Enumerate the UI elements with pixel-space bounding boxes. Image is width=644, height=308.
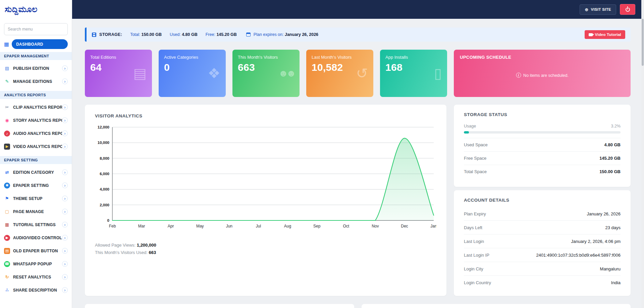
logout-power-button[interactable] [620,4,635,15]
stat-card-value: 168 [385,62,442,73]
svg-text:Mar: Mar [138,224,145,228]
chevron-right-icon: › [62,248,68,254]
sidebar-item-label: WHATSAPP POPUP [13,262,62,266]
storage-status-value: 4.80 GB [604,142,621,147]
page-scrollbar-thumb[interactable] [642,19,644,66]
reset-analytics-icon: ↻ [4,274,10,280]
old-epaper-icon: ▤ [4,248,10,254]
sidebar-item-label: EDITION CATEGORY [13,170,62,175]
storage-used: Used: 4.80 GB [170,32,198,37]
stat-card-last-month-s-visitors: Last Month's Visitors10,582↺ [306,50,373,97]
sidebar-item-share-description[interactable]: ∴SHARE DESCRIPTION› [0,284,72,297]
storage-status-label: Used Space [464,142,488,147]
video-camera-icon [589,33,593,36]
account-details-value: Mangaluru [600,266,621,271]
storage-total: Total: 150.00 GB [130,32,162,37]
account-details-row-last-login-ip: Last Login IP2401:4900:1c07:32c5:b0d9:e6… [464,248,621,262]
video-tutorial-button[interactable]: Video Tutorial [585,30,625,39]
storage-status-row-used-space: Used Space4.80 GB [464,138,621,151]
sidebar-item-video-analytics-report[interactable]: ▶VIDEO ANALYTICS REPORT› [0,140,72,153]
chevron-right-icon: › [62,169,68,175]
sidebar: ಸುದ್ದಿಮೂಲ ▦ DASHBOARD EPAPER MANAGEMENT▤… [0,0,72,308]
sidebar-item-story-analytics-report[interactable]: ◉STORY ANALYTICS REPORT› [0,114,72,127]
usage-label: Usage [464,124,476,129]
svg-text:Nov: Nov [372,224,379,228]
sidebar-item-label: STORY ANALYTICS REPORT [13,118,62,123]
account-details-row-last-login: Last LoginJanuary 2, 2026, 4:06 pm [464,234,621,248]
sidebar-item-label: EPAPER SETTING [13,183,62,188]
sidebar-section-title-epaper-setting: EPAPER SETTING [0,156,72,164]
visitor-analytics-card: VISITOR ANALYTICS 02,0004,0006,0008,0001… [85,105,446,296]
sidebar-item-label: OLD EPAPER BUTTON [13,249,62,253]
svg-text:Jul: Jul [256,224,261,228]
page-manage-icon: ▢ [4,209,10,215]
sidebar-item-label: MANAGE EDITIONS [13,79,62,84]
sidebar-item-old-epaper-button[interactable]: ▤OLD EPAPER BUTTON› [0,244,72,257]
stat-card-label: Last Month's Visitors [312,55,368,60]
storage-free: Free: 145.20 GB [206,32,237,37]
svg-text:10,000: 10,000 [98,141,109,145]
account-details-label: Login City [464,266,483,271]
usage-progress-fill [464,131,469,134]
svg-text:4,000: 4,000 [100,187,109,191]
svg-text:Jun: Jun [226,224,232,228]
account-details-row-login-city: Login CityMangaluru [464,262,621,275]
sidebar-item-label: VIDEO ANALYTICS REPORT [13,144,62,149]
sidebar-nav: EPAPER MANAGEMENT▤PUBLISH EDITION›✎MANAG… [0,52,72,297]
schedule-empty-text: No items are scheduled. [523,73,569,78]
stat-card-label: This Month's Visitors [238,55,294,60]
stat-card-this-month-s-visitors: This Month's Visitors663☻☻ [232,50,300,97]
sidebar-search-input[interactable] [4,23,68,35]
sidebar-item-tutorial-settings[interactable]: ▦TUTORIAL SETTINGS› [0,218,72,231]
sidebar-item-label: SHARE DESCRIPTION [13,288,62,293]
svg-text:Aug: Aug [284,224,291,228]
visitor-analytics-chart-container: 02,0004,0006,0008,00010,00012,000FebMarA… [95,124,436,232]
svg-text:May: May [196,224,204,228]
stat-cards-row: Total Editions64▤Active Categories0❖This… [85,50,631,97]
stat-card-label: App Installs [385,55,442,60]
calendar-icon [246,33,251,37]
page-scrollbar-track[interactable] [641,0,644,308]
panels-row: VISITOR ANALYTICS 02,0004,0006,0008,0001… [85,105,631,296]
svg-text:Sep: Sep [313,224,321,228]
sidebar-item-manage-editions[interactable]: ✎MANAGE EDITIONS› [0,75,72,88]
sidebar-item-audio-analytics-report[interactable]: ♪AUDIO ANALYTICS REPORT› [0,127,72,140]
sidebar-item-whatsapp-popup[interactable]: ☎WHATSAPP POPUP› [0,257,72,270]
visit-site-label: VISIT SITE [591,7,611,11]
sidebar-item-edition-category[interactable]: ⇄EDITION CATEGORY› [0,166,72,179]
account-details-label: Login Country [464,280,491,285]
stat-card-label: Active Categories [164,55,220,60]
visitor-analytics-title: VISITOR ANALYTICS [95,113,436,118]
chevron-right-icon: › [62,209,68,214]
sidebar-item-reset-analytics[interactable]: ↻RESET ANALYTICS› [0,270,72,284]
schedule-empty-state: i No items are scheduled. [516,73,569,78]
account-details-label: Plan Expiry [464,211,486,216]
sidebar-item-audio-video-control[interactable]: ▶AUDIO/VIDEO CONTROL› [0,231,72,244]
stat-card-app-installs: App Installs168▯ [380,50,447,97]
sidebar-item-epaper-setting[interactable]: ✱EPAPER SETTING› [0,179,72,192]
chevron-right-icon: › [62,287,68,293]
account-details-value: January 2, 2026, 4:06 pm [571,239,621,244]
schedule-title: UPCOMING SCHEDULE [460,55,625,60]
storage-status-label: Total Space [464,169,487,174]
plan-expires: Plan expires on: January 26, 2026 [254,32,318,37]
sidebar-item-clip-analytics-report[interactable]: ✂CLIP ANALYTICS REPORT› [0,101,72,114]
usage-row: Usage 3.2% [464,124,621,129]
visit-site-button[interactable]: ⊕ VISIT SITE [580,4,616,15]
storage-bar-title: STORAGE: [99,32,122,37]
svg-text:8,000: 8,000 [100,156,109,160]
sidebar-item-label: AUDIO/VIDEO CONTROL [13,236,62,240]
sidebar-item-label: TUTORIAL SETTINGS [13,222,62,227]
account-details-value: January 26, 2026 [587,211,621,216]
storage-status-label: Free Space [464,156,486,161]
sidebar-item-dashboard[interactable]: ▦ DASHBOARD [4,39,68,49]
main-content: STORAGE: Total: 150.00 GB Used: 4.80 GB … [72,19,644,308]
usage-percent: 3.2% [611,124,621,129]
share-description-icon: ∴ [4,287,10,293]
sidebar-item-page-manage[interactable]: ▢PAGE MANAGE› [0,205,72,218]
chevron-right-icon: › [62,65,68,71]
theme-setup-icon: ⚑ [4,196,10,202]
account-details-row-plan-expiry: Plan ExpiryJanuary 26, 2026 [464,207,621,220]
sidebar-item-theme-setup[interactable]: ⚑THEME SETUP› [0,192,72,205]
sidebar-item-publish-edition[interactable]: ▤PUBLISH EDITION› [0,62,72,75]
